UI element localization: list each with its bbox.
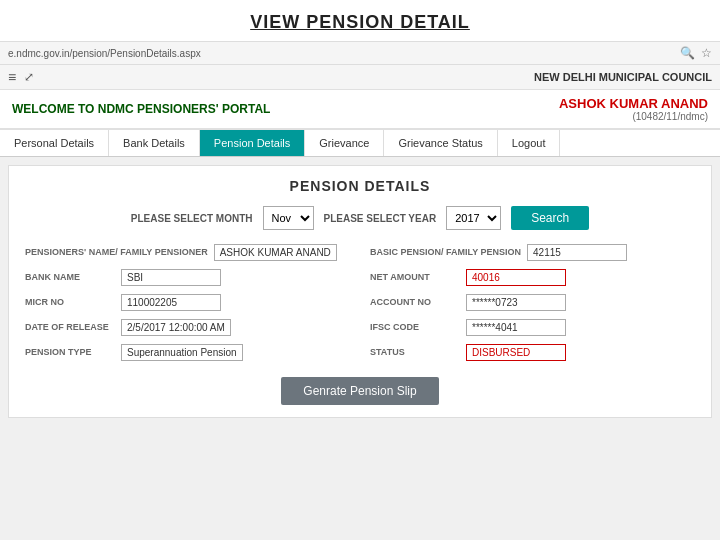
month-label: PLEASE SELECT MONTH (131, 213, 253, 224)
generate-slip-button[interactable]: Genrate Pension Slip (281, 377, 438, 405)
nav-tab-grievance[interactable]: Grievance (305, 130, 384, 156)
expand-icon[interactable]: ⤢ (24, 70, 34, 84)
details-grid: PENSIONERS' NAME/ FAMILY PENSIONERASHOK … (25, 244, 695, 361)
field-label: PENSION TYPE (25, 347, 115, 358)
user-id: (10482/11/ndmc) (559, 111, 708, 122)
field-row-left-1: BANK NAMESBI (25, 269, 350, 286)
site-header: WELCOME TO NDMC PENSIONERS' PORTAL ASHOK… (0, 90, 720, 130)
section-title: PENSION DETAILS (25, 178, 695, 194)
field-row-right-2: ACCOUNT NO******0723 (370, 294, 695, 311)
nav-tab-grievance-status[interactable]: Grievance Status (384, 130, 497, 156)
field-label: BANK NAME (25, 272, 115, 283)
field-row-left-4: PENSION TYPESuperannuation Pension (25, 344, 350, 361)
field-row-left-0: PENSIONERS' NAME/ FAMILY PENSIONERASHOK … (25, 244, 350, 261)
browser-url: e.ndmc.gov.in/pension/PensionDetails.asp… (8, 48, 680, 59)
field-label: PENSIONERS' NAME/ FAMILY PENSIONER (25, 247, 208, 258)
field-value: DISBURSED (466, 344, 566, 361)
search-row: PLEASE SELECT MONTH Nov JanFebMar AprMay… (25, 206, 695, 230)
page-title: VIEW PENSION DETAIL (0, 12, 720, 33)
page-title-bar: VIEW PENSION DETAIL (0, 0, 720, 42)
org-label: NEW DELHI MUNICIPAL COUNCIL (534, 71, 712, 83)
field-value: ******4041 (466, 319, 566, 336)
field-label: IFSC CODE (370, 322, 460, 333)
user-info: ASHOK KUMAR ANAND (10482/11/ndmc) (559, 96, 708, 122)
btn-row: Genrate Pension Slip (25, 377, 695, 405)
field-label: DATE OF RELEASE (25, 322, 115, 333)
field-label: MICR NO (25, 297, 115, 308)
field-value: ASHOK KUMAR ANAND (214, 244, 337, 261)
nav-tab-bank-details[interactable]: Bank Details (109, 130, 200, 156)
search-icon[interactable]: 🔍 (680, 46, 695, 60)
year-select[interactable]: 2017 201620152018 (446, 206, 501, 230)
field-value: 40016 (466, 269, 566, 286)
field-label: STATUS (370, 347, 460, 358)
user-name: ASHOK KUMAR ANAND (559, 96, 708, 111)
field-row-left-3: DATE OF RELEASE2/5/2017 12:00:00 AM (25, 319, 350, 336)
field-row-right-1: NET AMOUNT40016 (370, 269, 695, 286)
field-value: 110002205 (121, 294, 221, 311)
field-value: 42115 (527, 244, 627, 261)
field-label: NET AMOUNT (370, 272, 460, 283)
portal-title: WELCOME TO NDMC PENSIONERS' PORTAL (12, 102, 270, 116)
field-value: 2/5/2017 12:00:00 AM (121, 319, 231, 336)
nav-tab-logout[interactable]: Logout (498, 130, 561, 156)
field-label: BASIC PENSION/ FAMILY PENSION (370, 247, 521, 258)
star-icon[interactable]: ☆ (701, 46, 712, 60)
field-value: SBI (121, 269, 221, 286)
field-row-right-4: STATUSDISBURSED (370, 344, 695, 361)
field-label: ACCOUNT NO (370, 297, 460, 308)
year-label: PLEASE SELECT YEAR (324, 213, 437, 224)
search-button[interactable]: Search (511, 206, 589, 230)
field-row-left-2: MICR NO110002205 (25, 294, 350, 311)
nav-tab-personal-details[interactable]: Personal Details (0, 130, 109, 156)
field-row-right-3: IFSC CODE******4041 (370, 319, 695, 336)
browser-icons: 🔍 ☆ (680, 46, 712, 60)
month-select[interactable]: Nov JanFebMar AprMayJun JulAugSep OctDec (263, 206, 314, 230)
browser-bar: e.ndmc.gov.in/pension/PensionDetails.asp… (0, 42, 720, 65)
nav-tab-pension-details[interactable]: Pension Details (200, 130, 305, 156)
field-value: Superannuation Pension (121, 344, 243, 361)
main-content: PENSION DETAILS PLEASE SELECT MONTH Nov … (8, 165, 712, 418)
browser-toolbar: ≡ ⤢ NEW DELHI MUNICIPAL COUNCIL (0, 65, 720, 90)
hamburger-menu[interactable]: ≡ (8, 69, 16, 85)
field-value: ******0723 (466, 294, 566, 311)
field-row-right-0: BASIC PENSION/ FAMILY PENSION42115 (370, 244, 695, 261)
nav-tabs: Personal DetailsBank DetailsPension Deta… (0, 130, 720, 157)
